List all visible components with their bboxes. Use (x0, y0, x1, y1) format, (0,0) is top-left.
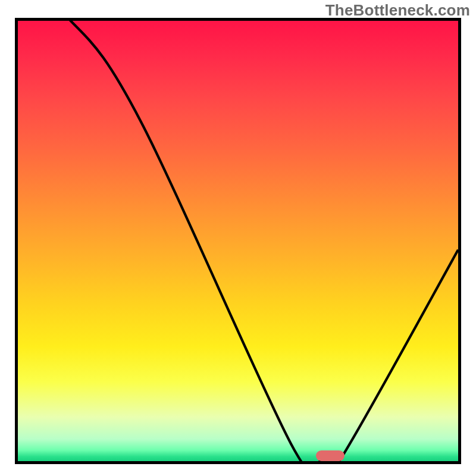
curve-svg (18, 21, 458, 461)
watermark-text: TheBottleneck.com (325, 1, 470, 20)
plot-area (15, 18, 461, 464)
bottleneck-curve-path (18, 21, 458, 461)
optimal-marker (316, 450, 345, 461)
chart-wrapper: TheBottleneck.com (0, 0, 476, 476)
